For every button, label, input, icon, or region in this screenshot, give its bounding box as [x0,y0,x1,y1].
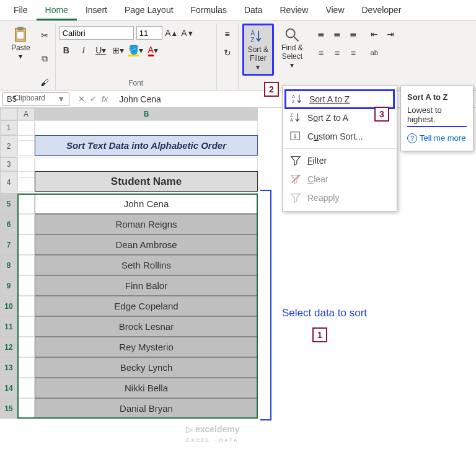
data-cell-9[interactable]: Nikki Bella [35,378,258,398]
row-header-7[interactable]: 7 [0,234,17,255]
select-all-corner[interactable] [0,108,17,120]
clear-filter-icon [290,174,301,185]
row-header-11[interactable]: 11 [0,316,17,337]
row-header-12[interactable]: 12 [0,337,17,357]
row-header-6[interactable]: 6 [0,214,17,234]
row-header-9[interactable]: 9 [0,275,17,296]
format-painter-icon[interactable]: 🖌 [38,76,51,89]
underline-button[interactable]: U▾ [94,43,108,57]
tab-data[interactable]: Data [236,1,271,20]
decrease-indent-icon[interactable]: ⇤ [368,27,381,41]
bold-button[interactable]: B [60,43,73,57]
cell-a12[interactable] [17,337,35,357]
cell-a15[interactable] [17,398,35,419]
row-header-4[interactable]: 4 [0,171,17,193]
menu-custom-sort[interactable]: Custom Sort... [283,127,397,146]
find-select-button[interactable]: Find & Select▾ [278,24,307,72]
menu-filter[interactable]: Filter [283,151,397,170]
fill-color-button[interactable]: 🪣▾ [129,43,143,57]
ribbon-group-alignment2: ≣ ≣ ≣ ≡ ≡ ≡ [311,24,364,90]
ribbon-group-font: A▲ A▼ B I U▾ ⊞▾ 🪣▾ A▾ Font [56,24,217,90]
data-cell-0[interactable]: John Cena [35,193,258,214]
increase-indent-icon[interactable]: ⇥ [384,27,397,41]
cell-a9[interactable] [17,275,35,296]
cell-a4[interactable] [17,171,35,192]
tab-review[interactable]: Review [271,1,317,20]
data-cell-2[interactable]: Dean Ambrose [35,234,258,255]
sort-filter-button[interactable]: AZ Sort & Filter▾ [242,24,274,76]
title-cell[interactable]: Sort Text Data into Alphabetic Order [35,135,258,156]
tooltip-panel: Sort A to Z Lowest to highest. ?Tell me … [400,86,474,151]
cell-a5[interactable] [17,193,35,214]
ab-icon[interactable]: ab [368,46,381,60]
annotation-2: 2 [264,82,279,97]
fx-icon[interactable]: fx [102,94,108,104]
row-header-14[interactable]: 14 [0,378,17,398]
tooltip-link[interactable]: ?Tell me more [407,133,467,143]
cell-a10[interactable] [17,296,35,316]
menu-sort-az-label: Sort A to Z [309,94,350,104]
cut-icon[interactable]: ✂ [38,29,51,42]
paste-label: Paste [11,43,30,52]
tab-developer[interactable]: Developer [353,1,410,20]
data-cell-7[interactable]: Rey Mysterio [35,337,258,357]
header-cell[interactable]: Student Name [35,171,258,192]
tab-view[interactable]: View [317,1,353,20]
row-header-13[interactable]: 13 [0,357,17,378]
data-cell-1[interactable]: Roman Reigns [35,214,258,234]
data-cell-6[interactable]: Brock Lesnar [35,316,258,337]
data-cell-5[interactable]: Edge Copeland [35,296,258,316]
tab-file[interactable]: File [5,1,37,20]
data-cell-3[interactable]: Seth Rollins [35,255,258,275]
font-color-button[interactable]: A▾ [146,43,160,57]
row-header-2[interactable]: 2 [0,135,17,158]
ribbon: Paste▾ ✂ ⧉ 🖌 Clipboard A▲ A▼ B I U▾ ⊞▾ [0,21,476,91]
align-left-icon[interactable]: ≡ [314,46,328,60]
italic-button[interactable]: I [77,43,90,57]
custom-sort-icon [290,131,301,142]
cell-a14[interactable] [17,378,35,398]
paste-button[interactable]: Paste▾ [7,24,34,63]
align-top2-icon[interactable]: ≣ [314,27,328,41]
row-header-15[interactable]: 15 [0,398,17,419]
cell-a7[interactable] [17,234,35,255]
cancel-icon[interactable]: ✕ [78,94,85,104]
data-cell-8[interactable]: Becky Lynch [35,357,258,378]
row-header-5[interactable]: 5 [0,193,17,214]
menu-reapply: Reapply [283,189,397,207]
watermark: ▷ exceldemyEXCEL · DATA [186,424,240,444]
row-header-1[interactable]: 1 [0,120,17,135]
align-top-icon[interactable]: ≡ [221,27,234,41]
cell-a11[interactable] [17,316,35,337]
tab-formulas[interactable]: Formulas [182,1,236,20]
svg-text:Z: Z [251,36,255,43]
cell-a13[interactable] [17,357,35,378]
svg-point-5 [286,29,295,38]
row-header-3[interactable]: 3 [0,158,17,171]
orientation-icon[interactable]: ↻ [221,46,234,60]
decrease-font-icon[interactable]: A▼ [181,26,195,40]
copy-icon[interactable]: ⧉ [38,52,51,66]
name-box[interactable]: B5▼ [2,92,69,106]
data-cell-10[interactable]: Danial Bryan [35,398,258,419]
align-center-icon[interactable]: ≡ [330,46,344,60]
increase-font-icon[interactable]: A▲ [165,26,178,40]
enter-icon[interactable]: ✓ [90,94,97,104]
row-header-8[interactable]: 8 [0,255,17,275]
tab-page-layout[interactable]: Page Layout [116,1,182,20]
col-header-b[interactable]: B [35,108,258,120]
tab-home[interactable]: Home [37,1,77,20]
cell-a8[interactable] [17,255,35,275]
col-header-a[interactable]: A [17,108,35,120]
cell-a2[interactable] [17,135,35,156]
font-name-select[interactable] [60,26,134,40]
tab-insert[interactable]: Insert [77,1,116,20]
cell-a6[interactable] [17,214,35,234]
data-cell-4[interactable]: Finn Balor [35,275,258,296]
align-right-icon[interactable]: ≡ [346,46,360,60]
align-bot2-icon[interactable]: ≣ [346,27,360,41]
border-button[interactable]: ⊞▾ [112,43,125,57]
font-size-select[interactable] [136,26,162,40]
align-mid2-icon[interactable]: ≣ [330,27,344,41]
row-header-10[interactable]: 10 [0,296,17,316]
